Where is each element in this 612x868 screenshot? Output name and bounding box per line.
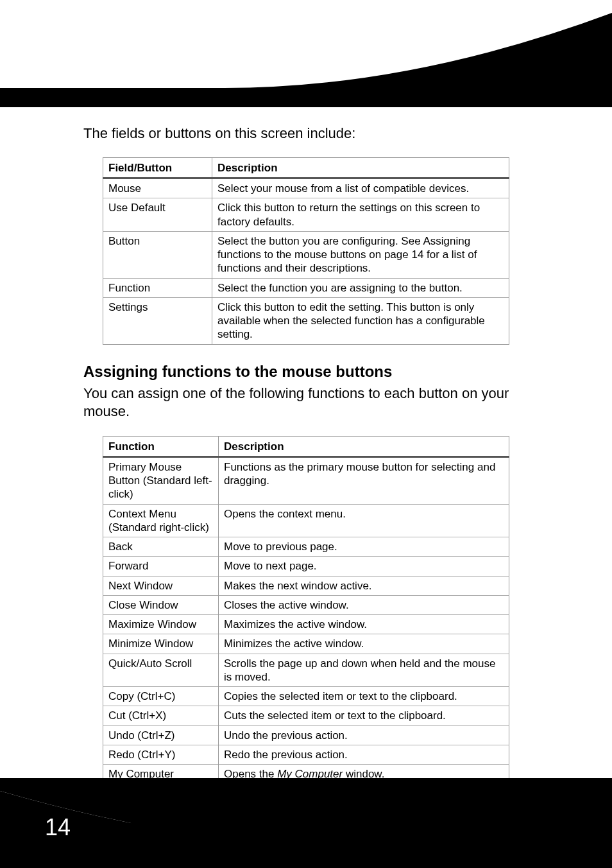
field-cell: Back xyxy=(103,537,219,557)
field-cell: Mouse xyxy=(103,178,212,198)
field-cell: Minimize Window xyxy=(103,634,219,654)
field-cell: Use Default xyxy=(103,198,212,232)
desc-cell: Minimizes the active window. xyxy=(219,634,509,654)
page-number: 14 xyxy=(45,814,71,841)
desc-cell: Closes the active window. xyxy=(219,595,509,614)
section-text: You can assign one of the following func… xyxy=(83,385,529,421)
field-cell: Maximize Window xyxy=(103,615,219,634)
desc-cell: Move to previous page. xyxy=(219,537,509,557)
table-row: Use Default Click this button to return … xyxy=(103,198,509,232)
desc-cell: Makes the next window active. xyxy=(219,576,509,595)
table-row: Back Move to previous page. xyxy=(103,537,509,557)
table-row: Next Window Makes the next window active… xyxy=(103,576,509,595)
section-heading: Assigning functions to the mouse buttons xyxy=(83,363,529,381)
field-cell: Forward xyxy=(103,557,219,576)
desc-cell: Select the function you are assigning to… xyxy=(212,278,509,297)
table-row: Forward Move to next page. xyxy=(103,557,509,576)
table-header-description: Description xyxy=(212,158,509,178)
desc-cell: Move to next page. xyxy=(219,557,509,576)
field-cell: Cut (Ctrl+X) xyxy=(103,706,219,725)
page-content: The fields or buttons on this screen inc… xyxy=(83,125,529,868)
fields-buttons-table-wrapper: Field/Button Description Mouse Select yo… xyxy=(103,157,509,345)
desc-cell: Cuts the selected item or text to the cl… xyxy=(219,706,509,725)
desc-cell: Functions as the primary mouse button fo… xyxy=(219,456,509,504)
table-row: Function Select the function you are ass… xyxy=(103,278,509,297)
table-row: Copy (Ctrl+C) Copies the selected item o… xyxy=(103,687,509,706)
desc-cell: Select the button you are configuring. S… xyxy=(212,231,509,278)
field-cell: Context Menu (Standard right-click) xyxy=(103,504,219,537)
table-row: Close Window Closes the active window. xyxy=(103,595,509,614)
table-row: Primary Mouse Button (Standard left-clic… xyxy=(103,456,509,504)
desc-cell: Click this button to edit the setting. T… xyxy=(212,297,509,344)
header-swoosh xyxy=(0,0,612,107)
table-header-row: Function Description xyxy=(103,436,509,456)
desc-cell: Copies the selected item or text to the … xyxy=(219,687,509,706)
table-row: Settings Click this button to edit the s… xyxy=(103,297,509,344)
table-row: Undo (Ctrl+Z) Undo the previous action. xyxy=(103,725,509,745)
field-cell: Quick/Auto Scroll xyxy=(103,654,219,687)
field-cell: Button xyxy=(103,231,212,278)
field-cell: Redo (Ctrl+Y) xyxy=(103,745,219,764)
footer-swoosh xyxy=(0,778,612,868)
table-row: Maximize Window Maximizes the active win… xyxy=(103,615,509,634)
field-cell: Undo (Ctrl+Z) xyxy=(103,725,219,745)
fields-buttons-table: Field/Button Description Mouse Select yo… xyxy=(103,157,509,345)
table-row: Redo (Ctrl+Y) Redo the previous action. xyxy=(103,745,509,764)
field-cell: Copy (Ctrl+C) xyxy=(103,687,219,706)
field-cell: Settings xyxy=(103,297,212,344)
desc-cell: Opens the context menu. xyxy=(219,504,509,537)
field-cell: Primary Mouse Button (Standard left-clic… xyxy=(103,456,219,504)
table-row: Minimize Window Minimizes the active win… xyxy=(103,634,509,654)
table-header-row: Field/Button Description xyxy=(103,158,509,178)
table-row: Button Select the button you are configu… xyxy=(103,231,509,278)
desc-cell: Undo the previous action. xyxy=(219,725,509,745)
field-cell: Function xyxy=(103,278,212,297)
table-header-function: Function xyxy=(103,436,219,456)
table-row: Quick/Auto Scroll Scrolls the page up an… xyxy=(103,654,509,687)
desc-cell: Scrolls the page up and down when held a… xyxy=(219,654,509,687)
desc-cell: Maximizes the active window. xyxy=(219,615,509,634)
table-header-description: Description xyxy=(219,436,509,456)
table-row: Cut (Ctrl+X) Cuts the selected item or t… xyxy=(103,706,509,725)
field-cell: Next Window xyxy=(103,576,219,595)
desc-cell: Click this button to return the settings… xyxy=(212,198,509,232)
intro-text: The fields or buttons on this screen inc… xyxy=(83,125,529,142)
desc-cell: Select your mouse from a list of compati… xyxy=(212,178,509,198)
table-header-field: Field/Button xyxy=(103,158,212,178)
field-cell: Close Window xyxy=(103,595,219,614)
table-row: Mouse Select your mouse from a list of c… xyxy=(103,178,509,198)
table-row: Context Menu (Standard right-click) Open… xyxy=(103,504,509,537)
desc-cell: Redo the previous action. xyxy=(219,745,509,764)
